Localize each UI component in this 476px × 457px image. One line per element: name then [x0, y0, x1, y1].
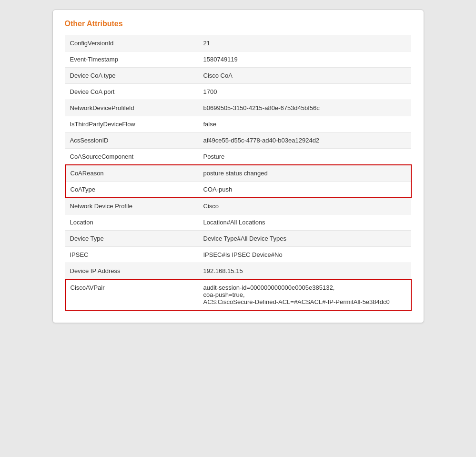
attr-value: 192.168.15.15 — [199, 263, 411, 280]
attr-value: Device Type#All Device Types — [199, 231, 411, 247]
attr-value: posture status changed — [199, 165, 411, 182]
attr-value: 1700 — [199, 84, 411, 100]
attr-value: Cisco — [199, 198, 411, 214]
table-row: NetworkDeviceProfileIdb0699505-3150-4215… — [65, 100, 411, 116]
attr-value: Cisco CoA — [199, 68, 411, 84]
table-row: Device CoA typeCisco CoA — [65, 68, 411, 84]
table-row: Device TypeDevice Type#All Device Types — [65, 231, 411, 247]
table-row: CoAReasonposture status changed — [65, 165, 411, 182]
attr-value: IPSEC#Is IPSEC Device#No — [199, 247, 411, 263]
attr-name: Device Type — [65, 231, 199, 247]
attr-name: CoAReason — [65, 165, 199, 182]
attr-name: IPSEC — [65, 247, 199, 263]
attr-value: COA-push — [199, 182, 411, 198]
attr-name: Location — [65, 214, 199, 231]
attr-name: AcsSessionID — [65, 132, 199, 149]
table-row: IPSECIPSEC#Is IPSEC Device#No — [65, 247, 411, 263]
attr-value: b0699505-3150-4215-a80e-6753d45bf56c — [199, 100, 411, 116]
attr-name: CoASourceComponent — [65, 149, 199, 165]
attr-name: Device CoA type — [65, 68, 199, 84]
attr-value: Posture — [199, 149, 411, 165]
table-row: IsThirdPartyDeviceFlowfalse — [65, 116, 411, 132]
attr-name: Event-Timestamp — [65, 51, 199, 68]
table-row: LocationLocation#All Locations — [65, 214, 411, 231]
table-row: CoASourceComponentPosture — [65, 149, 411, 165]
attributes-table: ConfigVersionId21Event-Timestamp15807491… — [65, 35, 412, 311]
attr-name: Device IP Address — [65, 263, 199, 280]
attr-name: ConfigVersionId — [65, 35, 199, 51]
table-row: CoATypeCOA-push — [65, 182, 411, 198]
section-title: Other Attributes — [65, 20, 412, 28]
attr-name: Device CoA port — [65, 84, 199, 100]
table-row: AcsSessionIDaf49ce55-d55c-4778-ad40-b03e… — [65, 132, 411, 149]
table-row: Event-Timestamp1580749119 — [65, 51, 411, 68]
table-row: Network Device ProfileCisco — [65, 198, 411, 214]
attr-name: NetworkDeviceProfileId — [65, 100, 199, 116]
attr-name: IsThirdPartyDeviceFlow — [65, 116, 199, 132]
attr-value: 21 — [199, 35, 411, 51]
attr-value: audit-session-id=000000000000e0005e38513… — [199, 279, 411, 310]
attr-name: CoAType — [65, 182, 199, 198]
table-row: Device IP Address192.168.15.15 — [65, 263, 411, 280]
table-row: CiscoAVPairaudit-session-id=000000000000… — [65, 279, 411, 310]
table-row: ConfigVersionId21 — [65, 35, 411, 51]
attr-value: false — [199, 116, 411, 132]
attr-value: af49ce55-d55c-4778-ad40-b03ea12924d2 — [199, 132, 411, 149]
attributes-card: Other Attributes ConfigVersionId21Event-… — [52, 10, 424, 323]
attr-value: 1580749119 — [199, 51, 411, 68]
attr-name: Network Device Profile — [65, 198, 199, 214]
attr-value: Location#All Locations — [199, 214, 411, 231]
table-row: Device CoA port1700 — [65, 84, 411, 100]
attr-name: CiscoAVPair — [65, 279, 199, 310]
